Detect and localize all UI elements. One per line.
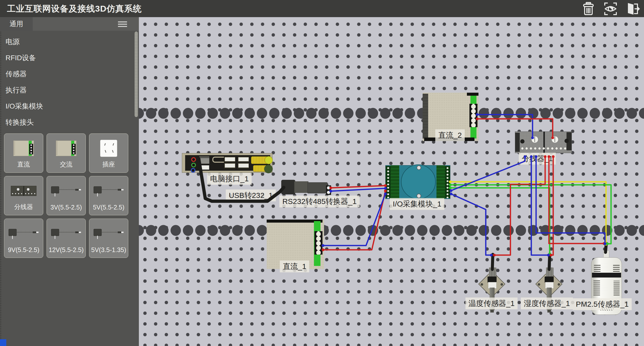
sidebar-scrollbar[interactable] xyxy=(135,31,138,117)
palette-tile-1[interactable]: 交流 xyxy=(47,133,86,173)
temp-sensor-tip xyxy=(490,310,494,313)
socket-icon xyxy=(100,140,117,157)
terminal-row xyxy=(520,147,567,150)
page-title: 工业互联网设备及接线3D仿真系统 xyxy=(7,0,142,17)
psu-icon xyxy=(56,141,76,156)
vent xyxy=(594,264,600,272)
device-usb-232-connector[interactable] xyxy=(294,181,308,193)
io-terminal-right xyxy=(445,166,450,198)
tile-label: 9V(5.5-2.5) xyxy=(4,246,43,254)
tab-strip: 通用 xyxy=(0,17,139,31)
palette-tile-3[interactable]: 分线器 xyxy=(4,176,43,215)
tile-label: 5V(3.5-1.35) xyxy=(89,246,128,254)
tile-label: 5V(5.5-2.5) xyxy=(89,204,128,211)
component-palette: 直流交流插座分线器3V(5.5-2.5)5V(5.5-2.5)9V(5.5-2.… xyxy=(4,133,135,258)
ps2-port-green xyxy=(264,165,273,173)
splitter-cap xyxy=(515,133,520,152)
ps2-port-yellow xyxy=(265,156,273,164)
device-pc-interface[interactable] xyxy=(182,153,272,173)
sidebar-item-5[interactable]: 转换接头 xyxy=(0,114,139,130)
device-label: 分线器_1 xyxy=(519,153,556,165)
device-usb-232-connector[interactable] xyxy=(281,180,295,194)
terminal-block xyxy=(469,104,477,127)
din-rail-holes-top xyxy=(139,108,644,119)
tile-label: 12V(5.5-2.5) xyxy=(47,246,86,254)
vent xyxy=(613,264,620,272)
lan-port xyxy=(199,156,209,164)
palette-tile-4[interactable]: 3V(5.5-2.5) xyxy=(47,176,86,215)
io-pcb-left xyxy=(391,165,399,199)
palette-tile-2[interactable]: 插座 xyxy=(89,133,128,173)
device-label: 电脑接口_1 xyxy=(207,173,252,185)
device-label: PM2.5传感器_1 xyxy=(573,298,632,310)
view-icon[interactable] xyxy=(603,2,618,16)
usb-pair xyxy=(224,156,235,169)
device-io-module[interactable] xyxy=(385,165,450,199)
humidity-sensor-tip xyxy=(547,310,551,313)
adapter-icon xyxy=(94,227,124,239)
humidity-sensor-clamp xyxy=(545,276,554,283)
device-label: 直流_1 xyxy=(280,261,309,272)
screw xyxy=(531,136,538,143)
trash-icon[interactable] xyxy=(581,2,596,16)
audio-jack-blue xyxy=(191,168,195,173)
device-splitter[interactable] xyxy=(515,131,572,153)
shadow xyxy=(467,93,478,96)
toolbar xyxy=(581,2,640,16)
usb-pair xyxy=(237,156,249,169)
pm25-band xyxy=(592,273,621,278)
pc-panel-face xyxy=(185,155,270,171)
sidebar-item-0[interactable]: 电源 xyxy=(0,34,139,50)
audio-jack-green xyxy=(191,163,196,167)
converter-terminal[interactable] xyxy=(326,185,331,195)
vent xyxy=(614,281,620,295)
io-terminal-left xyxy=(386,166,391,198)
device-label: USB转232_1 xyxy=(226,190,276,201)
tab-general[interactable]: 通用 xyxy=(0,17,33,31)
io-pcb-right xyxy=(436,165,445,199)
device-label: I/O采集模块_1 xyxy=(390,198,444,210)
io-module-disc xyxy=(401,164,436,199)
tile-label: 插座 xyxy=(89,160,128,168)
adapter-icon xyxy=(51,227,81,239)
palette-tile-5[interactable]: 5V(5.5-2.5) xyxy=(89,176,128,215)
palette-tile-0[interactable]: 直流 xyxy=(4,133,43,173)
palette-tile-7[interactable]: 12V(5.5-2.5) xyxy=(47,219,86,258)
screw xyxy=(551,136,558,143)
device-label: 湿度传感器_1 xyxy=(521,298,573,309)
mount-hole xyxy=(520,139,525,144)
din-rail-holes-bottom xyxy=(139,225,644,236)
device-label: 直流_2 xyxy=(435,129,465,141)
tile-label: 直流 xyxy=(4,160,43,168)
sidebar-item-3[interactable]: 执行器 xyxy=(0,82,139,98)
temp-sensor-clamp xyxy=(488,276,497,283)
sidebar-item-4[interactable]: I/O采集模块 xyxy=(0,98,139,114)
device-label: 温度传感器_1 xyxy=(465,298,517,309)
title-bar: 工业互联网设备及接线3D仿真系统 xyxy=(0,0,644,17)
palette-tile-8[interactable]: 5V(3.5-1.35) xyxy=(89,219,128,258)
heatsink xyxy=(423,94,428,139)
exit-icon[interactable] xyxy=(625,2,640,16)
sidebar: 通用 电源RFID设备传感器执行器I/O采集模块转换接头 直流交流插座分线器3V… xyxy=(0,17,139,346)
usb-port xyxy=(199,165,209,170)
sidebar-item-2[interactable]: 传感器 xyxy=(0,66,139,82)
mount-hole xyxy=(565,139,569,143)
tile-label: 交流 xyxy=(47,160,86,168)
adapter-icon xyxy=(9,227,39,239)
psu-icon xyxy=(13,141,34,156)
audio-jack-red xyxy=(191,157,196,162)
tile-label: 3V(5.5-2.5) xyxy=(47,204,86,211)
adapter-icon xyxy=(94,185,124,197)
vent xyxy=(593,280,600,295)
palette-tile-6[interactable]: 9V(5.5-2.5) xyxy=(4,219,43,258)
corner-marker xyxy=(0,339,6,346)
terminal-block xyxy=(314,231,323,255)
device-rs232-485-converter[interactable] xyxy=(307,182,328,193)
menu-icon[interactable] xyxy=(118,21,127,27)
category-menu: 电源RFID设备传感器执行器I/O采集模块转换接头 xyxy=(0,31,139,130)
adapter-icon xyxy=(51,185,81,197)
sidebar-item-1[interactable]: RFID设备 xyxy=(0,50,139,66)
device-label: RS232转485转换器_1 xyxy=(279,196,359,207)
splitter-icon xyxy=(11,186,36,196)
tile-label: 分线器 xyxy=(4,203,43,211)
